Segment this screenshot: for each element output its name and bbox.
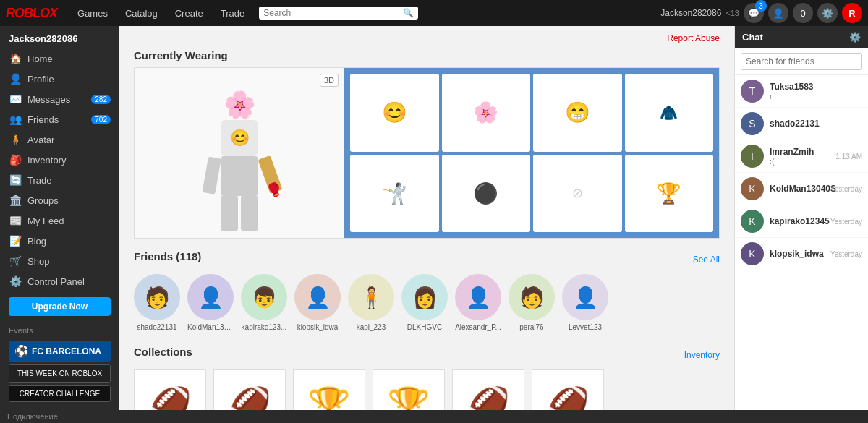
friends-header: Friends (118) See All	[134, 250, 720, 268]
collection-img-2: 🏆	[293, 369, 365, 410]
sidebar-item-friends[interactable]: 👥 Friends 702	[0, 109, 119, 129]
roblox-logo[interactable]: ROBLOX	[6, 6, 57, 21]
nav-catalog[interactable]: Catalog	[116, 0, 166, 26]
fc-barcelona-banner[interactable]: ⚽ FC BARCELONA	[9, 341, 111, 362]
sidebar-item-home[interactable]: 🏠 Home	[0, 48, 119, 69]
inventory-icon: 🎒	[9, 154, 22, 166]
sidebar-groups-label: Groups	[27, 195, 59, 206]
upgrade-now-button[interactable]: Upgrade Now	[9, 297, 111, 316]
wearing-item-4[interactable]: 🤺	[350, 155, 439, 233]
collection-item-2[interactable]: 🏆 Trophy of Parti...	[293, 369, 365, 410]
nav-trade[interactable]: Trade	[212, 0, 253, 26]
chat-badge: 3	[755, 0, 767, 12]
robux-count[interactable]: 0	[793, 3, 813, 23]
wearing-items-grid: 😊 🌸 😁 🧥 🤺 ⚫ ⊘ 🏆	[344, 68, 719, 238]
chat-item-1[interactable]: S shado22131	[735, 108, 868, 140]
chat-info-1: shado22131	[770, 119, 862, 129]
profile-sidebar-icon: 👤	[9, 73, 22, 85]
sidebar-avatar-label: Avatar	[27, 134, 54, 145]
friends-list: 🧑 shado22131 👤 KoldMan130... 👦 kapirako1…	[134, 274, 720, 334]
wearing-item-7[interactable]: 🏆	[625, 155, 714, 233]
settings-icon[interactable]: ⚙️	[817, 3, 838, 23]
roblox-r-icon[interactable]: R	[842, 3, 862, 23]
chat-title: Chat	[742, 32, 763, 43]
groups-icon: 🏛️	[9, 195, 22, 206]
chat-item-3[interactable]: K KoldMan13040S Yesterday	[735, 173, 868, 205]
chat-item-4[interactable]: K kapirako12345 Yesterday	[735, 205, 868, 238]
friend-item-0[interactable]: 🧑 shado22131	[134, 274, 180, 331]
chat-info-2: ImranZmih :(	[770, 147, 830, 166]
sidebar-item-inventory[interactable]: 🎒 Inventory	[0, 150, 119, 170]
status-text: Подключение...	[7, 412, 64, 421]
nav-search-box[interactable]: 🔍	[259, 7, 418, 20]
friend-item-7[interactable]: 🧑 peral76	[509, 274, 555, 331]
friends-badge: 702	[91, 115, 111, 124]
report-abuse-link[interactable]: Report Abuse	[134, 33, 720, 43]
profile-icon[interactable]: 👤	[768, 3, 788, 23]
chat-name-0: Tuksa1583	[770, 82, 862, 92]
chat-info-3: KoldMan13040S	[770, 184, 825, 194]
wearing-item-5[interactable]: ⚫	[442, 155, 531, 233]
chat-search[interactable]	[735, 48, 868, 75]
collection-img-0: 🏈	[134, 369, 206, 410]
nav-games[interactable]: Games	[69, 0, 116, 26]
shop-icon: 🛒	[9, 255, 22, 267]
sidebar-item-myfeed[interactable]: 📰 My Feed	[0, 210, 119, 231]
wearing-item-2[interactable]: 😁	[533, 74, 622, 152]
friend-item-8[interactable]: 👤 Levvet123	[562, 274, 608, 331]
friend-avatar-3: 👤	[294, 274, 341, 320]
chat-time-2: 1:13 AM	[835, 153, 862, 161]
friend-item-2[interactable]: 👦 kapirako123...	[241, 274, 287, 331]
chat-settings-icon[interactable]: ⚙️	[849, 32, 861, 43]
sidebar-messages-label: Messages	[27, 94, 70, 105]
collection-item-3[interactable]: 🏆 Trophy of Parti...	[373, 369, 445, 410]
sidebar-profile-label: Profile	[27, 74, 54, 85]
currently-wearing-title: Currently Wearing	[134, 49, 720, 61]
nav-create[interactable]: Create	[166, 0, 212, 26]
collection-item-0[interactable]: 🏈 Golden Footb...	[134, 369, 206, 410]
fc-label: FC BARCELONA	[32, 346, 101, 356]
wearing-item-3[interactable]: 🧥	[625, 74, 714, 152]
sidebar-item-trade[interactable]: 🔄 Trade	[0, 170, 119, 190]
friend-item-6[interactable]: 👤 Alexsandr_P...	[455, 274, 501, 331]
chat-item-0[interactable]: T Tuksa1583 r	[735, 75, 868, 108]
friends-icon: 👥	[9, 114, 22, 125]
sidebar-item-avatar[interactable]: 🧍 Avatar	[0, 129, 119, 150]
friend-item-5[interactable]: 👩 DLKHGVC	[401, 274, 448, 331]
chat-item-5[interactable]: K klopsik_idwa Yesterday	[735, 238, 868, 270]
wearing-item-6[interactable]: ⊘	[533, 155, 622, 233]
creator-challenge-banner[interactable]: CREATOR CHALLENGE	[9, 385, 111, 402]
roblox-week-banner[interactable]: THIS WEEK ON ROBLOX	[9, 364, 111, 383]
sidebar-item-shop[interactable]: 🛒 Shop	[0, 251, 119, 271]
inventory-link[interactable]: Inventory	[684, 350, 720, 360]
friend-item-3[interactable]: 👤 klopsik_idwa	[294, 274, 341, 331]
wearing-item-1[interactable]: 🌸	[442, 74, 531, 152]
chat-item-2[interactable]: I ImranZmih :( 1:13 AM	[735, 140, 868, 173]
sidebar-item-controlpanel[interactable]: ⚙️ Control Panel	[0, 271, 119, 291]
collection-item-1[interactable]: 🏈 Golden Footb...	[213, 369, 286, 410]
sidebar-item-blog[interactable]: 📝 Blog	[0, 231, 119, 251]
content-area: Report Abuse Currently Wearing 3D 🌸 😊 🥊	[119, 26, 734, 410]
sidebar-item-groups[interactable]: 🏛️ Groups	[0, 190, 119, 210]
status-bar: Подключение...	[0, 410, 868, 423]
friend-avatar-1: 👤	[187, 274, 234, 320]
friend-item-1[interactable]: 👤 KoldMan130...	[187, 274, 234, 331]
chat-icon[interactable]: 💬 3	[744, 3, 764, 23]
friends-see-all[interactable]: See All	[693, 255, 720, 265]
roblox-week-label: THIS WEEK ON ROBLOX	[17, 369, 102, 377]
collection-item-5[interactable]: 🏈 Golden Footb...	[532, 369, 604, 410]
chat-list: T Tuksa1583 r S shado22131 I ImranZmih :…	[735, 75, 868, 410]
controlpanel-icon: ⚙️	[9, 275, 22, 287]
chat-search-input[interactable]	[741, 53, 862, 70]
friend-avatar-8: 👤	[562, 274, 608, 320]
friend-name-6: Alexsandr_P...	[455, 323, 501, 331]
avatar-icon: 🧍	[9, 134, 22, 145]
sidebar-item-messages[interactable]: ✉️ Messages 282	[0, 89, 119, 109]
wearing-item-0[interactable]: 😊	[350, 74, 439, 152]
chat-header: Chat ⚙️	[735, 26, 868, 48]
friend-avatar-5: 👩	[401, 274, 448, 320]
friend-item-4[interactable]: 🧍 kapi_223	[348, 274, 394, 331]
search-input[interactable]	[263, 8, 403, 18]
sidebar-item-profile[interactable]: 👤 Profile	[0, 69, 119, 89]
collection-item-4[interactable]: 🏈 Golden Footb...	[452, 369, 524, 410]
